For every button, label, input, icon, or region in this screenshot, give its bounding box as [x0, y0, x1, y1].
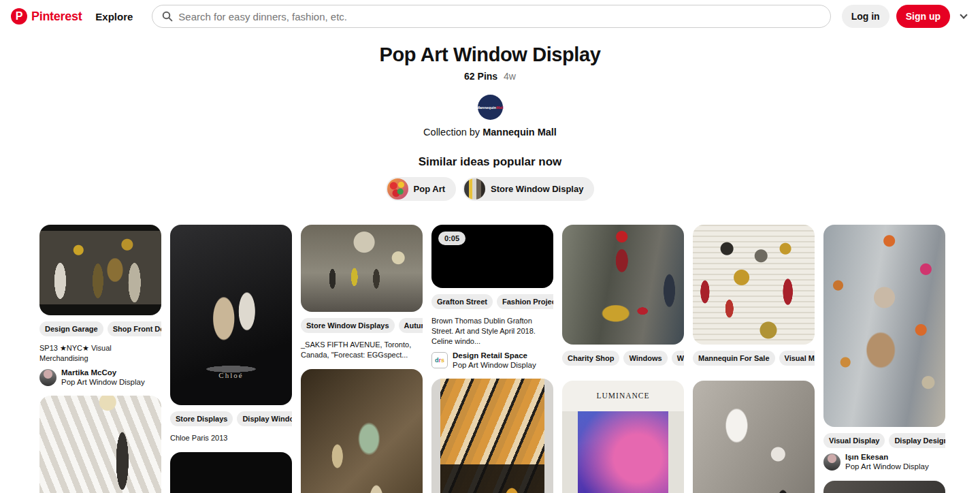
tag-chip[interactable]: Windows [623, 351, 667, 366]
store-window-thumbnail [464, 178, 485, 200]
tag-chip[interactable]: Autumn Displays [399, 318, 423, 333]
avatar-word-primary: Mannequin [476, 106, 496, 110]
board-title: Pop Art Window Display [0, 44, 980, 66]
board-meta: 62 Pins 4w [0, 71, 980, 82]
board-owner-name[interactable]: Mannequin Mall [483, 127, 557, 138]
tag-chip[interactable]: Mannequin For Sale [693, 351, 775, 366]
pin-image-butterfly-dressform-window[interactable] [823, 225, 945, 427]
similar-ideas-heading: Similar ideas popular now [0, 155, 980, 169]
author-name: Design Retail Space [453, 351, 536, 360]
author-board: Pop Art Window Display [61, 378, 145, 386]
pin-description: SP13 ★NYC★ Visual Merchandising [39, 343, 161, 364]
similar-chip-pop-art[interactable]: Pop Art [386, 177, 456, 201]
tag-chip[interactable]: Charity Shop [562, 351, 619, 366]
tag-chip[interactable]: Shop Front Design [108, 321, 161, 336]
tag-chip[interactable]: Fashion Project [497, 294, 553, 309]
tag-row: Grafton Street Fashion Project [431, 294, 553, 309]
author-logo-avatar: drs [431, 352, 448, 368]
similar-ideas-chips: Pop Art Store Window Display [0, 177, 980, 201]
pin-description: Brown Thomas Dublin Grafton Street. Art … [431, 316, 553, 347]
tag-chip[interactable]: Grafton Street [431, 294, 493, 309]
pop-art-thumbnail [387, 178, 408, 200]
author-board: Pop Art Window Display [845, 462, 929, 471]
pin-image-red-suit-chairs-window[interactable] [562, 225, 684, 345]
avatar-word-accent: Mall [496, 106, 504, 110]
tag-chip[interactable]: Visual Display [823, 433, 885, 448]
tag-chip[interactable]: Store Displays [170, 411, 233, 426]
chloe-signage: Chloé [170, 371, 292, 379]
grid-column: Design Garage Shop Front Design SP13 ★NY… [39, 225, 161, 493]
pin-author[interactable]: Martika McCoy Pop Art Window Display [39, 368, 161, 387]
similar-chip-label: Store Window Display [491, 184, 583, 194]
search-icon [162, 11, 173, 22]
author-avatar [823, 454, 840, 471]
chevron-down-icon[interactable] [960, 11, 967, 18]
tag-chip[interactable]: Visual Merchandising [779, 351, 815, 366]
similar-chip-store-window-display[interactable]: Store Window Display [463, 177, 594, 201]
collection-prefix: Collection by [423, 127, 483, 138]
pin-description: Chloe Paris 2013 [170, 433, 292, 443]
pin-image-baroque-sepia-window[interactable] [301, 369, 423, 493]
explore-link[interactable]: Explore [87, 11, 141, 22]
pin-grid: Design Garage Shop Front Design SP13 ★NY… [39, 225, 941, 493]
tag-row: Store Window Displays Autumn Displays [301, 318, 423, 333]
pin-video[interactable]: 0:05 [431, 225, 553, 288]
grid-column: 0:05 Grafton Street Fashion Project Brow… [431, 225, 553, 493]
search-bar[interactable] [152, 5, 830, 28]
board-age: 4w [504, 71, 516, 82]
similar-chip-label: Pop Art [414, 184, 445, 194]
author-avatar [39, 369, 56, 386]
pin-count: 62 Pins [464, 71, 497, 82]
video-duration-badge: 0:05 [438, 232, 466, 245]
author-name: Martika McCoy [61, 368, 145, 377]
pin-image-white-hand-window[interactable] [693, 381, 815, 493]
board-owner-avatar[interactable]: MannequinMall [478, 95, 503, 120]
pin-image-gold-mannequin-window[interactable] [39, 225, 161, 315]
collection-byline: Collection by Mannequin Mall [0, 127, 980, 138]
tag-chip[interactable]: Display Windows [237, 411, 292, 426]
tag-chip[interactable]: Store Window Displays [301, 318, 395, 333]
similar-ideas-section: Similar ideas popular now Pop Art Store … [0, 155, 980, 201]
grid-column: Chloé Store Displays Display Windows Chl… [170, 225, 292, 493]
tag-row: Visual Display Display Design [823, 433, 945, 448]
brand-wordmark: Pinterest [31, 10, 82, 24]
tag-row: Store Displays Display Windows [170, 411, 292, 426]
top-navigation: Pinterest Explore Log in Sign up [0, 0, 980, 30]
board-header: Pop Art Window Display 62 Pins 4w Manneq… [0, 44, 980, 138]
tag-row: Mannequin For Sale Visual Merchandising [693, 351, 815, 366]
author-name: Işın Ekesan [845, 452, 929, 462]
pinterest-logo[interactable]: Pinterest [11, 8, 82, 25]
grid-column: Visual Display Display Design Işın Ekesa… [823, 225, 945, 493]
logo-letter: s [441, 357, 444, 364]
author-board: Pop Art Window Display [453, 361, 536, 369]
pin-description: _SAKS FIFTH AVENUE, Toronto, Canada, "Fo… [301, 340, 423, 360]
grid-column: Charity Shop Windows Window Displays LUM… [562, 225, 684, 493]
pin-image-luminance-window[interactable]: LUMINANCE [562, 381, 684, 493]
pin-image-plaid-fan-window[interactable] [431, 379, 553, 493]
tag-chip[interactable]: Window Displays [672, 351, 684, 366]
tag-row: Design Garage Shop Front Design [39, 321, 161, 336]
signup-button[interactable]: Sign up [896, 5, 950, 28]
pin-image-white-paper-spikes[interactable] [39, 396, 161, 493]
pin-image-chloe-window[interactable]: Chloé [170, 225, 292, 405]
pin-image-saks-window[interactable] [301, 225, 423, 312]
pin-image-newsprint-collage-window[interactable] [693, 225, 815, 345]
tag-chip[interactable]: Display Design [889, 433, 945, 448]
tag-row: Charity Shop Windows Window Displays [562, 351, 684, 366]
login-button[interactable]: Log in [842, 5, 889, 28]
pinterest-p-icon [11, 8, 27, 25]
pin-author[interactable]: Işın Ekesan Pop Art Window Display [823, 452, 945, 472]
pin-author[interactable]: drs Design Retail Space Pop Art Window D… [431, 351, 553, 370]
grid-column: Mannequin For Sale Visual Merchandising [693, 225, 815, 493]
pin-image-coral-hands-window[interactable] [823, 481, 945, 493]
luminance-signage: LUMINANCE [562, 392, 684, 400]
tag-chip[interactable]: Design Garage [39, 321, 103, 336]
grid-column: Store Window Displays Autumn Displays _S… [301, 225, 423, 493]
pin-image-colorful-floral-window[interactable] [170, 452, 292, 493]
search-input[interactable] [178, 11, 820, 22]
